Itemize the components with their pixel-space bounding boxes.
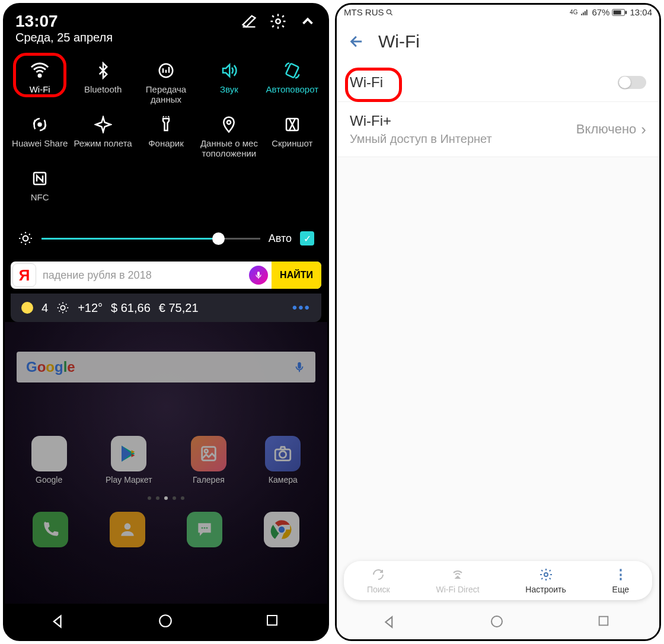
signal-4g: 4G [570, 9, 577, 15]
nav-back[interactable] [382, 614, 399, 631]
toolbar-settings[interactable]: Настроить [525, 567, 566, 594]
svg-point-16 [124, 523, 131, 530]
temp-night: 4 [42, 301, 48, 315]
wifi-toggle[interactable] [618, 76, 646, 89]
qs-flashlight[interactable]: Фонарик [135, 109, 197, 163]
data-icon [155, 60, 177, 81]
brightness-slider[interactable]: Авто ✓ [5, 220, 327, 257]
dock-chrome[interactable] [264, 512, 299, 547]
svg-point-25 [387, 9, 391, 14]
navbar [337, 606, 659, 639]
svg-point-30 [491, 616, 502, 627]
rotate-icon [282, 60, 303, 81]
nav-recent[interactable] [265, 613, 282, 630]
nav-home[interactable] [158, 613, 174, 630]
svg-rect-24 [267, 616, 277, 625]
mic-icon[interactable] [249, 266, 268, 285]
svg-point-29 [544, 573, 548, 576]
wifiplus-value: Включено [576, 122, 636, 137]
wifi-plus-row[interactable]: Wi-Fi+ Умный доступ в Интернет Включено … [337, 102, 659, 157]
nav-back[interactable] [50, 613, 67, 630]
google-logo: Google [26, 359, 75, 375]
search-placeholder[interactable]: падение рубля в 2018 [38, 269, 249, 282]
qs-huawei-share[interactable]: Huawei Share [8, 109, 71, 163]
dock-messages[interactable] [187, 512, 222, 547]
brightness-thumb[interactable] [212, 232, 225, 245]
back-arrow-icon[interactable] [349, 33, 365, 50]
dock-contacts[interactable] [110, 512, 145, 547]
bottom-toolbar: Поиск Wi-Fi Direct Настроить ⋮ Еще [344, 561, 652, 600]
sound-icon [218, 60, 240, 81]
app-google[interactable]: Google [31, 436, 67, 484]
nfc-icon [29, 168, 50, 189]
svg-rect-9 [257, 272, 260, 276]
find-button[interactable]: НАЙТИ [272, 262, 321, 289]
qs-location[interactable]: Данные о мес тоположении [197, 109, 260, 163]
apps-row: Google Play Маркет Галерея Камера [5, 436, 327, 484]
location-icon [218, 114, 240, 135]
battery-pct: 67% [592, 7, 609, 17]
gear-icon[interactable] [269, 12, 287, 30]
svg-rect-3 [286, 63, 299, 78]
usd-rate: $ 61,66 [111, 301, 151, 315]
airplane-icon [92, 114, 114, 135]
weather-widget[interactable]: 4 +12° $ 61,66 € 75,21 ••• [11, 294, 321, 322]
temp-day: +12° [78, 301, 103, 315]
app-camera[interactable]: Камера [265, 436, 301, 484]
time: 13:07 [15, 12, 58, 31]
nav-home[interactable] [490, 614, 506, 631]
toolbar-search[interactable]: Поиск [367, 567, 390, 594]
navbar [5, 604, 327, 639]
yandex-logo-icon: Я [12, 263, 36, 287]
qs-airplane[interactable]: Режим полета [71, 109, 134, 163]
svg-point-10 [60, 305, 65, 310]
bluetooth-icon [92, 60, 114, 81]
auto-label: Авто [269, 232, 292, 245]
svg-rect-31 [599, 617, 608, 626]
wifi-direct-icon [450, 567, 465, 582]
share-icon [29, 114, 50, 135]
svg-point-17 [202, 527, 203, 529]
battery-icon [612, 8, 627, 17]
qs-wifi[interactable]: Wi-Fi [8, 55, 71, 109]
qs-screenshot[interactable]: Скриншот [261, 109, 324, 163]
status-bar: MTS RUS 4G 67% 13:04 [337, 5, 659, 20]
brightness-icon [18, 231, 33, 246]
sun-icon [56, 301, 69, 314]
chevron-right-icon: › [641, 120, 646, 139]
qs-rotate[interactable]: Автоповорот [261, 55, 324, 109]
more-dots-icon: ⋮ [613, 567, 628, 582]
edit-icon[interactable] [241, 13, 257, 30]
carrier: MTS RUS [344, 7, 384, 17]
toolbar-wifi-direct[interactable]: Wi-Fi Direct [436, 567, 479, 594]
app-play[interactable]: Play Маркет [106, 436, 152, 484]
phone-wifi-settings: MTS RUS 4G 67% 13:04 Wi-Fi Wi-Fi Wi-Fi+ … [335, 3, 661, 641]
mic-icon[interactable] [293, 361, 306, 374]
svg-point-23 [159, 615, 171, 627]
quick-settings-grid: Wi-Fi Bluetooth Передача данных Звук Авт… [5, 52, 327, 220]
date: Среда, 25 апреля [5, 31, 327, 52]
chevron-up-icon[interactable] [299, 12, 317, 30]
auto-checkbox[interactable]: ✓ [300, 231, 314, 246]
svg-rect-28 [625, 11, 627, 14]
yandex-search[interactable]: Я падение рубля в 2018 НАЙТИ [11, 262, 321, 289]
brightness-track[interactable] [42, 238, 260, 240]
qs-sound[interactable]: Звук [197, 55, 260, 109]
google-search-widget[interactable]: Google [17, 352, 315, 382]
time: 13:04 [630, 7, 652, 17]
qs-data[interactable]: Передача данных [135, 55, 197, 109]
toolbar-more[interactable]: ⋮ Еще [612, 567, 630, 594]
svg-point-8 [23, 236, 28, 241]
screenshot-icon [282, 114, 303, 135]
svg-rect-27 [614, 10, 621, 14]
home-screen: Google Google Play Маркет Галерея Камера [5, 322, 327, 604]
dock-phone[interactable] [33, 512, 68, 547]
qs-nfc[interactable]: NFC [8, 163, 71, 216]
flashlight-icon [155, 114, 177, 135]
signal-icon [580, 8, 589, 17]
nav-recent[interactable] [597, 614, 614, 631]
app-gallery[interactable]: Галерея [191, 436, 226, 484]
qs-bluetooth[interactable]: Bluetooth [71, 55, 134, 109]
more-dots-icon[interactable]: ••• [292, 299, 311, 316]
svg-point-5 [227, 120, 231, 124]
